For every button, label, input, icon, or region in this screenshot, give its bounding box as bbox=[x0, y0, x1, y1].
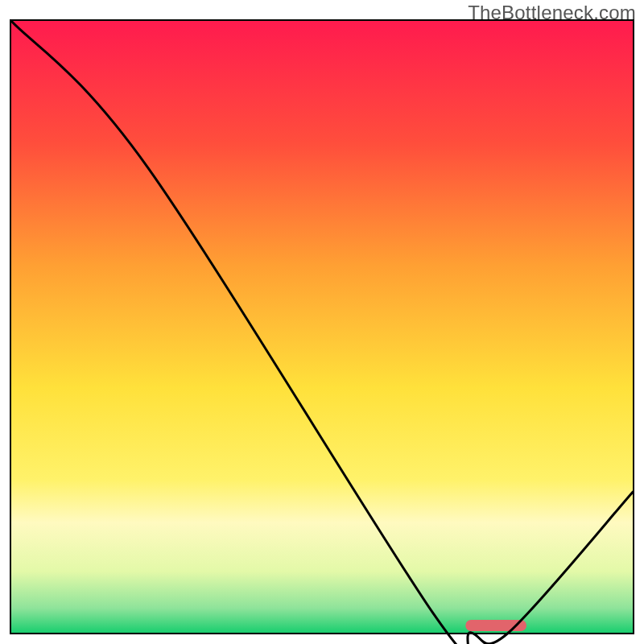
plot-area bbox=[11, 21, 633, 633]
plot-frame bbox=[10, 19, 634, 634]
chart-stage: TheBottleneck.com bbox=[0, 0, 644, 644]
chart-svg bbox=[11, 21, 633, 633]
